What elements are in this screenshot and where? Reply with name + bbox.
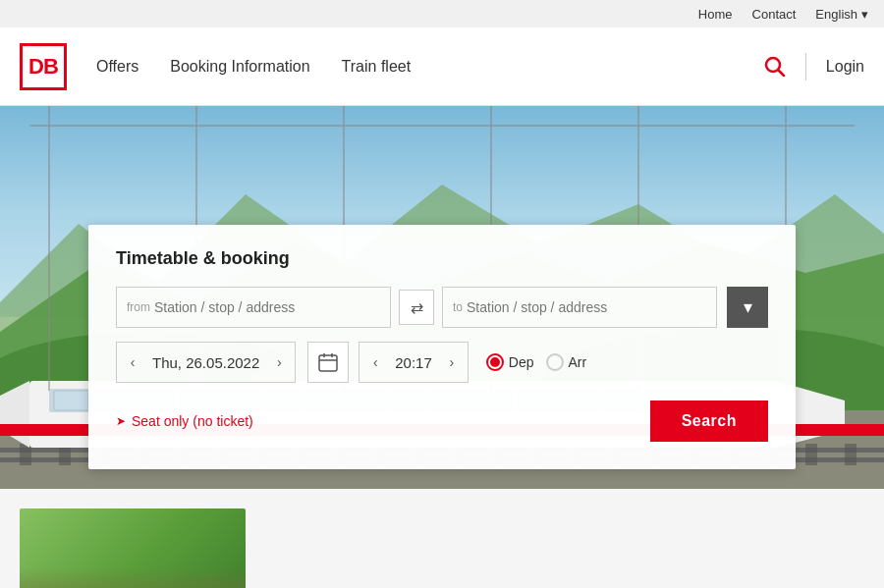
from-input-wrapper: from	[116, 287, 391, 328]
svg-rect-37	[54, 391, 88, 410]
booking-title: Timetable & booking	[116, 248, 768, 269]
topbar-contact[interactable]: Contact	[752, 7, 797, 22]
topbar: Home Contact English ▾	[0, 0, 884, 27]
hero-section: Timetable & booking from ⇄ to ▾	[0, 106, 884, 489]
expand-options-button[interactable]: ▾	[727, 287, 768, 328]
expand-icon: ▾	[744, 296, 752, 318]
svg-rect-10	[20, 444, 31, 465]
db-logo-text: DB	[28, 54, 58, 80]
from-to-group: from ⇄ to	[116, 287, 717, 328]
date-prev-button[interactable]: ‹	[117, 343, 148, 382]
header-divider	[805, 53, 806, 80]
from-to-row: from ⇄ to ▾	[116, 287, 768, 328]
seat-only-chevron: ➤	[116, 414, 126, 428]
seat-only-label: Seat only (no ticket)	[132, 413, 253, 429]
date-next-button[interactable]: ›	[263, 343, 295, 382]
card-text: 9-Euro-Ticket	[269, 508, 432, 588]
search-icon	[764, 56, 786, 78]
dep-radio-label[interactable]: Dep	[486, 353, 534, 371]
arr-radio-label[interactable]: Arr	[546, 353, 587, 371]
from-prefix: from	[127, 300, 150, 314]
header-right: Login	[764, 53, 864, 80]
time-next-button[interactable]: ›	[436, 343, 468, 382]
search-icon-button[interactable]	[764, 56, 786, 78]
nav-train-fleet[interactable]: Train fleet	[342, 58, 412, 76]
db-logo[interactable]: DB	[20, 43, 67, 90]
dep-label: Dep	[509, 354, 534, 370]
to-prefix: to	[453, 300, 463, 314]
seat-only-toggle[interactable]: ➤ Seat only (no ticket)	[116, 413, 253, 429]
language-selector[interactable]: English ▾	[815, 7, 868, 22]
dep-arr-group: Dep Arr	[486, 353, 586, 371]
svg-rect-31	[845, 444, 856, 465]
calendar-icon	[318, 352, 338, 372]
swap-icon: ⇄	[411, 298, 423, 317]
to-input[interactable]	[467, 299, 706, 315]
time-group: ‹ 20:17 ›	[359, 342, 469, 383]
dep-radio-dot	[486, 353, 504, 371]
nav-offers[interactable]: Offers	[96, 58, 138, 76]
svg-line-1	[778, 70, 784, 76]
topbar-home[interactable]: Home	[698, 7, 733, 22]
to-input-wrapper: to	[442, 287, 717, 328]
search-button[interactable]: Search	[650, 401, 768, 442]
header: DB Offers Booking Information Train flee…	[0, 27, 884, 106]
from-input[interactable]	[154, 299, 380, 315]
datetime-row: ‹ Thu, 26.05.2022 › ‹ 20:17 ›	[116, 342, 768, 383]
language-chevron: ▾	[861, 7, 868, 22]
card-img-overlay	[20, 567, 246, 588]
arr-label: Arr	[569, 354, 587, 370]
nav-booking-information[interactable]: Booking Information	[170, 58, 309, 76]
date-group: ‹ Thu, 26.05.2022 ›	[116, 342, 296, 383]
time-value: 20:17	[391, 354, 436, 371]
swap-button[interactable]: ⇄	[399, 290, 434, 325]
login-button[interactable]: Login	[826, 58, 864, 76]
card-image	[20, 508, 246, 588]
main-nav: Offers Booking Information Train fleet	[96, 58, 764, 76]
svg-rect-61	[319, 355, 337, 371]
below-hero-section: 9-Euro-Ticket	[0, 489, 884, 588]
bottom-row: ➤ Seat only (no ticket) Search	[116, 401, 768, 442]
svg-rect-30	[805, 444, 817, 465]
time-prev-button[interactable]: ‹	[359, 343, 391, 382]
calendar-button[interactable]	[307, 342, 349, 383]
date-value: Thu, 26.05.2022	[148, 354, 263, 371]
booking-panel: Timetable & booking from ⇄ to ▾	[88, 225, 796, 469]
arr-radio-dot	[546, 353, 564, 371]
language-label: English	[815, 7, 857, 22]
